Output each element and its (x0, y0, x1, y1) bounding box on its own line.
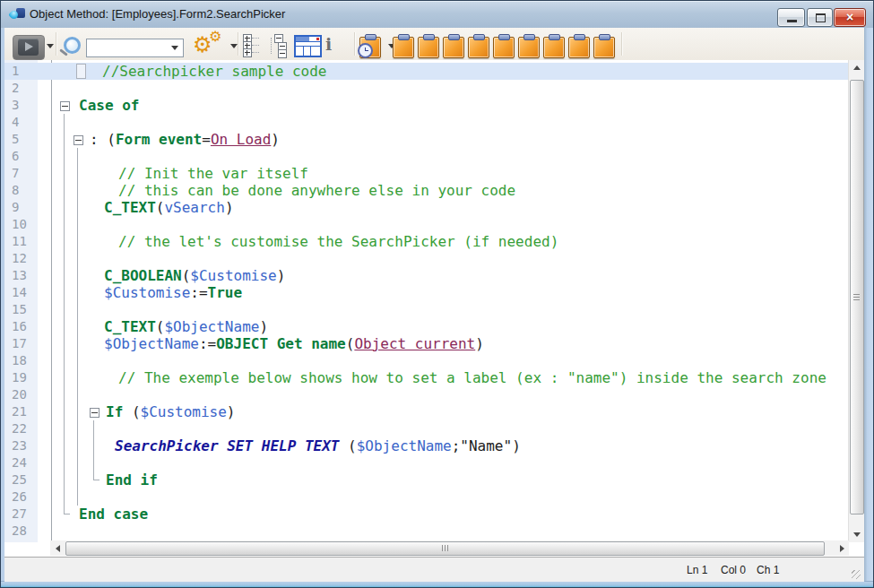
code-token: ( (123, 403, 140, 420)
clock-icon (358, 43, 373, 58)
scroll-right-button[interactable] (834, 540, 849, 556)
horizontal-scroll-thumb[interactable] (65, 541, 825, 556)
code-token: $Customise (141, 403, 227, 420)
status-line: Ln 1 (687, 564, 707, 576)
clipboard-8-button[interactable] (568, 37, 590, 58)
line-number: 27 (12, 506, 27, 523)
code-token: Object current (354, 335, 475, 352)
method-properties-button[interactable] (294, 35, 322, 57)
expand-all-button[interactable] (243, 34, 263, 56)
line-number: 22 (12, 420, 27, 437)
line-number: 23 (12, 437, 27, 454)
collapse-all-button[interactable] (267, 34, 289, 56)
toolbar-separator (354, 32, 355, 56)
clipboard-9-button[interactable] (593, 37, 615, 58)
code-editor[interactable]: 1//Searchpicker sample code23Case of45: … (4, 60, 864, 557)
line-number: 24 (12, 454, 27, 471)
code-token: ;"Name" (452, 437, 512, 454)
code-line[interactable]: 27End case (4, 506, 849, 523)
run-dropdown-arrow-icon[interactable] (47, 44, 54, 48)
search-combobox[interactable] (86, 39, 184, 57)
code-line[interactable]: 28 (4, 523, 849, 540)
resize-grip-icon[interactable] (852, 570, 861, 579)
code-line[interactable]: 12 (4, 250, 849, 267)
clipboard-4-button[interactable] (468, 37, 489, 58)
toolbar-separator (238, 32, 238, 56)
code-line[interactable]: 10 (4, 216, 849, 233)
arrow-left-icon (56, 545, 60, 552)
code-line[interactable]: 18 (4, 352, 849, 369)
scroll-left-button[interactable] (50, 540, 65, 556)
code-line[interactable]: 9C_TEXT(vSearch) (4, 199, 849, 216)
clipboard-7-button[interactable] (543, 37, 565, 58)
gear-small-icon: ⚙ (209, 30, 221, 44)
run-method-button[interactable] (13, 35, 45, 60)
code-line[interactable]: 4 (4, 114, 849, 131)
arrow-down-icon (853, 532, 861, 537)
macros-button[interactable]: ⚙ ⚙ (191, 31, 229, 56)
code-line[interactable]: 16C_TEXT($ObjectName) (4, 318, 849, 335)
code-line[interactable]: 2 (4, 80, 849, 97)
status-character: Ch 1 (757, 564, 779, 576)
search-dropdown-arrow-icon[interactable] (171, 46, 178, 50)
scroll-up-button[interactable] (849, 60, 864, 75)
dotted-line (271, 38, 272, 54)
code-token: $ObjectName (164, 318, 259, 335)
line-number: 13 (12, 267, 27, 284)
code-token: Case of (79, 97, 139, 114)
code-token: ) (227, 403, 236, 420)
vertical-scrollbar[interactable] (848, 60, 864, 542)
code-line[interactable]: 25End if (4, 471, 849, 489)
search-input[interactable] (89, 40, 169, 56)
close-button[interactable]: × (834, 8, 866, 27)
code-token: C_TEXT (104, 318, 156, 335)
code-line[interactable]: 1//Searchpicker sample code (4, 63, 849, 80)
code-line[interactable]: 6 (4, 148, 849, 165)
object-method-icon (9, 7, 25, 22)
maximize-button[interactable] (807, 8, 833, 27)
code-token: = (202, 131, 211, 148)
code-line[interactable]: 17$ObjectName:=OBJECT Get name(Object cu… (4, 335, 849, 352)
code-line[interactable]: 8// this can be done anywhere else in yo… (4, 182, 849, 199)
code-token: ( (339, 437, 356, 454)
code-token: True (208, 284, 243, 301)
code-line[interactable]: 20 (4, 386, 849, 403)
clipboard-3-button[interactable] (443, 37, 464, 58)
code-line[interactable]: 7// Init the var itself (4, 165, 849, 182)
code-token: // The exemple below shows how to set a … (118, 369, 826, 386)
clipboard-history-button[interactable] (359, 37, 385, 60)
code-line[interactable]: 22 (4, 420, 849, 437)
clipboard-1-button[interactable] (393, 37, 414, 58)
code-line[interactable]: 11// the let's customise the SearchPicke… (4, 233, 849, 250)
code-token: := (199, 335, 216, 352)
vertical-scroll-thumb[interactable] (850, 80, 864, 514)
code-token: SearchPicker SET HELP TEXT (115, 437, 339, 454)
scroll-down-button[interactable] (849, 527, 864, 542)
code-text: $ObjectName:=OBJECT Get name(Object curr… (52, 335, 849, 352)
clipboard-2-button[interactable] (418, 37, 439, 58)
line-number: 18 (12, 352, 27, 369)
titlebar[interactable]: Object Method: [Employees].Form2.SearchP… (1, 1, 873, 28)
clipboard-6-button[interactable] (518, 37, 540, 58)
information-button[interactable]: i (325, 34, 332, 54)
minimize-button[interactable] (777, 8, 805, 27)
macros-dropdown-arrow-icon[interactable] (230, 44, 238, 48)
code-line[interactable]: 15 (4, 301, 849, 318)
code-token: ) (259, 318, 268, 335)
horizontal-scrollbar[interactable] (50, 540, 849, 556)
code-line[interactable]: 21If ($Customise) (4, 403, 849, 420)
code-line[interactable]: 26 (4, 489, 849, 506)
code-lines[interactable]: 1//Searchpicker sample code23Case of45: … (4, 63, 849, 540)
code-line[interactable]: 24 (4, 454, 849, 471)
code-token: C_BOOLEAN (104, 267, 182, 284)
line-number: 19 (12, 369, 27, 386)
clipboard-5-button[interactable] (493, 37, 515, 58)
code-line[interactable]: 19// The exemple below shows how to set … (4, 369, 849, 386)
code-token: // Init the var itself (118, 165, 308, 182)
code-line[interactable]: 5: (Form event=On Load) (4, 131, 849, 148)
window-border-right (864, 28, 873, 587)
code-line[interactable]: 14$Customise:=True (4, 284, 849, 301)
code-line[interactable]: 23SearchPicker SET HELP TEXT ($ObjectNam… (4, 437, 849, 454)
code-line[interactable]: 3Case of (4, 97, 849, 114)
code-line[interactable]: 13C_BOOLEAN($Customise) (4, 267, 849, 284)
